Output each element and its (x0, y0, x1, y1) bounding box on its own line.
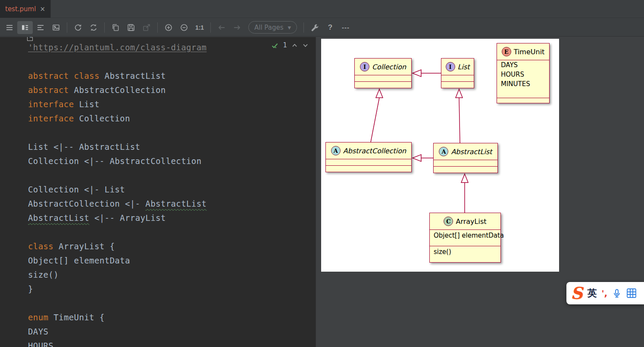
copy-icon (111, 23, 120, 32)
code-line[interactable]: } (28, 282, 316, 296)
uml-class-AbstractCollection: AAbstractCollection (325, 142, 412, 172)
uml-empty-compartment (326, 165, 411, 172)
toolbar-separator (157, 22, 158, 33)
code-line[interactable]: abstract class AbstractList (28, 69, 316, 83)
next-page-button[interactable] (229, 21, 245, 34)
ime-toolbar[interactable]: S 英 ', (566, 282, 644, 304)
inspection-widget[interactable]: 1 (271, 41, 309, 49)
code-line[interactable]: HOURS (28, 339, 316, 347)
align-justify-icon (5, 23, 14, 32)
class-name: TimeUnit (514, 48, 545, 56)
uml-member: MINUTES (497, 79, 549, 89)
layout-list-button[interactable] (33, 21, 48, 34)
code-line[interactable]: AbstractList <|-- ArrayList (28, 211, 316, 225)
refresh-button[interactable] (70, 21, 86, 34)
actual-size-button[interactable]: 1:1 (192, 21, 207, 34)
caret (27, 37, 33, 41)
code-line[interactable]: Object[] elementData (28, 254, 316, 268)
code-line[interactable]: @startuml (28, 37, 316, 40)
close-icon[interactable]: × (40, 5, 45, 13)
zoom-in-icon (164, 23, 173, 32)
toolbar-separator (67, 22, 67, 33)
list-icon (36, 23, 45, 32)
code-line[interactable] (28, 55, 316, 69)
show-image-button[interactable] (48, 21, 64, 34)
ime-punctuation-toggle[interactable]: ', (601, 288, 607, 298)
code-line[interactable]: interface Collection (28, 112, 316, 126)
toolbar-separator (210, 22, 211, 33)
chevron-up-icon[interactable] (291, 42, 298, 49)
chevron-down-icon[interactable] (302, 42, 309, 49)
code-line[interactable] (28, 296, 316, 310)
prev-page-button[interactable] (214, 21, 229, 34)
uml-empty-compartment (326, 159, 411, 165)
code-lines[interactable]: @startuml'https://plantuml.com/class-dia… (28, 37, 316, 347)
ime-language-toggle[interactable]: 英 (587, 287, 597, 300)
uml-compartment: DAYSHOURSMINUTES (497, 60, 549, 98)
code-line[interactable]: AbstractCollection <|- AbstractList (28, 197, 316, 211)
help-button[interactable]: ? (322, 21, 338, 34)
code-line[interactable]: size() (28, 268, 316, 282)
code-line[interactable]: Collection <|- List (28, 183, 316, 197)
class-name: Collection (372, 63, 406, 71)
virtual-keyboard-icon[interactable] (626, 288, 637, 298)
uml-member: Object[] elementData (430, 230, 500, 240)
settings-button[interactable] (307, 21, 322, 34)
editor-tab-bar: test.puml × (0, 0, 644, 18)
code-line[interactable]: Collection <|-- AbstractCollection (28, 154, 316, 168)
zoom-in-button[interactable] (161, 21, 176, 34)
uml-empty-compartment (497, 98, 549, 103)
tab-test-puml[interactable]: test.puml × (0, 0, 51, 18)
code-line[interactable]: enum TimeUnit { (28, 310, 316, 325)
pages-dropdown[interactable]: All Pages ▾ (248, 21, 297, 34)
sogou-logo[interactable]: S (571, 285, 582, 301)
arrow-left-icon (217, 23, 226, 32)
image-icon (52, 23, 60, 32)
code-line[interactable] (28, 126, 316, 140)
code-editor[interactable]: @startuml'https://plantuml.com/class-dia… (0, 37, 316, 347)
uml-empty-compartment (441, 75, 474, 81)
layout-split-button[interactable] (17, 21, 33, 34)
code-line[interactable] (28, 225, 316, 239)
stereotype-circle: A (439, 147, 448, 156)
stereotype-circle: A (331, 146, 341, 155)
microphone-icon[interactable] (612, 288, 622, 298)
uml-class-List: IList (441, 58, 474, 88)
uml-empty-compartment (434, 166, 497, 173)
uml-empty-compartment (434, 160, 497, 166)
copy-diagram-button[interactable] (108, 21, 123, 34)
class-name: List (458, 63, 470, 71)
overflow-label: --- (342, 24, 350, 31)
uml-member: DAYS (497, 60, 549, 70)
code-line[interactable]: List <|-- AbstractList (28, 140, 316, 154)
diagram-canvas[interactable]: ICollection IList ETimeUnitDAYSHOURSMINU… (321, 39, 559, 272)
code-line[interactable]: DAYS (28, 325, 316, 339)
save-diagram-button[interactable] (123, 21, 139, 34)
layout-horizontal-button[interactable] (2, 21, 17, 34)
stereotype-circle: I (360, 62, 369, 71)
export-icon (142, 23, 151, 32)
actual-size-label: 1:1 (195, 24, 204, 31)
code-line[interactable]: class ArrayList { (28, 239, 316, 254)
uml-empty-compartment (355, 75, 411, 81)
code-line[interactable]: abstract AbstractCollection (28, 83, 316, 97)
overflow-menu-button[interactable]: --- (338, 21, 353, 34)
tab-title: test.puml (5, 5, 36, 13)
plantuml-toolbar: 1:1 All Pages ▾ ? --- (0, 19, 644, 37)
zoom-out-button[interactable] (176, 21, 192, 34)
stereotype-circle: E (502, 47, 511, 56)
pages-dropdown-label: All Pages (254, 24, 284, 31)
refresh-icon (74, 23, 82, 32)
stereotype-circle: C (444, 217, 453, 226)
export-diagram-button[interactable] (139, 21, 154, 34)
class-name: ArrayList (456, 217, 486, 226)
split-view-icon (21, 23, 29, 32)
reload-now-button[interactable] (86, 21, 101, 34)
uml-member: HOURS (497, 70, 549, 79)
arrow-right-icon (233, 23, 241, 32)
code-line[interactable]: interface List (28, 97, 316, 112)
code-line[interactable] (28, 168, 316, 183)
save-icon (127, 23, 135, 32)
uml-class-Collection: ICollection (354, 58, 412, 88)
class-name: AbstractCollection (343, 147, 406, 155)
